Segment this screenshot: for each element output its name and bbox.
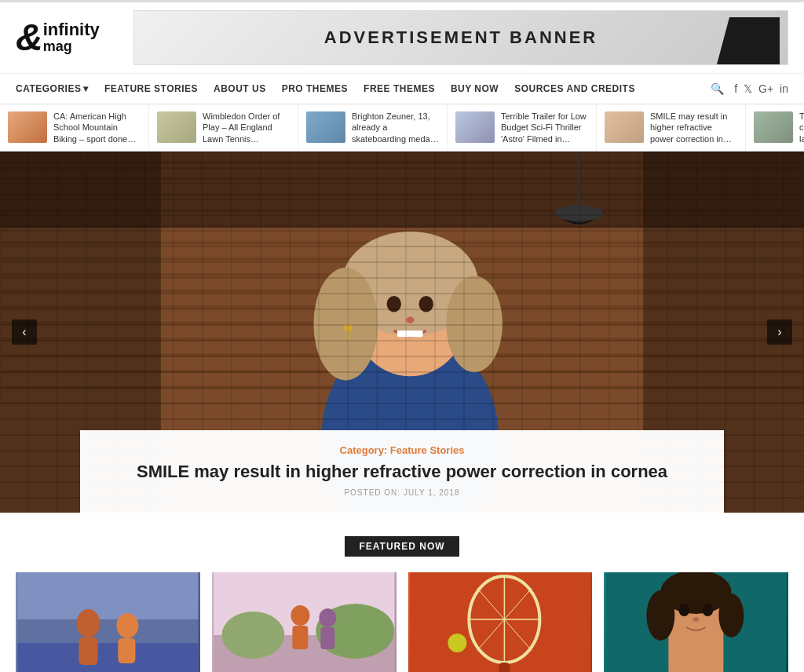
featured-badge: Featured Now [345,536,459,557]
ticker-title-4: Terrible Trailer for Low Budget Sci-Fi T… [501,111,588,144]
svg-rect-5 [0,211,804,225]
svg-rect-10 [0,292,804,306]
ticker-item-4[interactable]: Terrible Trailer for Low Budget Sci-Fi T… [448,104,597,151]
ticker-title-6: Travel to Minnesota cabin is met with la… [799,111,804,144]
svg-rect-12 [0,324,804,338]
svg-rect-54 [320,627,334,649]
hero-slider: ‹ › Category: Feature Stories SMILE may … [0,152,804,513]
svg-rect-8 [0,260,804,274]
featured-card-bg-4 [604,572,788,672]
svg-point-44 [116,613,138,638]
svg-rect-7 [0,243,804,257]
featured-card-2[interactable] [212,572,397,672]
ticker-strip: CA: American High School Mountain Biking… [0,104,804,152]
twitter-icon[interactable]: 𝕏 [744,82,752,95]
featured-card-bg-2 [212,572,397,672]
ad-banner-decor [717,17,780,64]
ad-banner-text: ADVERTISEMENT BANNER [324,27,598,48]
ticker-thumb-5 [605,111,644,143]
search-icon[interactable]: 🔍 [707,82,728,95]
featured-section: Featured Now [0,513,804,672]
svg-point-38 [555,205,603,221]
svg-rect-56 [410,572,590,672]
ticker-title-1: CA: American High School Mountain Biking… [53,111,141,144]
featured-card-1[interactable] [16,572,200,672]
featured-grid [16,572,788,672]
nav-item-free-themes[interactable]: FREE THEMES [356,74,443,104]
ticker-item-2[interactable]: Wimbledon Order of Play – All England La… [149,104,298,151]
featured-svg-4 [604,572,788,672]
svg-rect-13 [0,340,804,354]
header: & infinity mag ADVERTISEMENT BANNER 🌿 [0,2,804,74]
svg-point-49 [221,612,284,659]
nav-item-about-us[interactable]: ABOUT US [206,74,274,104]
svg-point-28 [342,232,478,336]
svg-rect-36 [347,332,349,341]
svg-point-35 [344,324,352,332]
nav-item-sources-credits[interactable]: SOURCES AND CREDITS [506,74,643,104]
ticker-title-2: Wimbledon Order of Play – All England La… [203,111,290,144]
nav-item-buy-now[interactable]: BUY NOW [443,74,506,104]
logo-ampersand: & [16,19,43,57]
svg-point-51 [291,605,309,626]
ticker-thumb-3 [306,111,345,143]
featured-card-3[interactable] [408,572,593,672]
facebook-icon[interactable]: f [734,82,737,95]
logo[interactable]: & infinity mag [16,19,118,57]
hero-prev-button[interactable]: ‹ [12,320,37,345]
google-plus-icon[interactable]: G+ [758,82,773,95]
nav-item-pro-themes[interactable]: PRO THEMES [274,74,356,104]
svg-rect-9 [0,276,804,290]
linkedin-icon[interactable]: in [780,82,788,95]
svg-rect-3 [0,179,804,193]
svg-point-63 [448,634,466,652]
svg-point-42 [76,609,100,637]
svg-point-70 [679,604,690,616]
svg-point-30 [446,276,502,372]
ad-banner: ADVERTISEMENT BANNER 🌿 [133,10,788,65]
svg-point-72 [693,617,700,622]
featured-card-4[interactable] [604,572,788,672]
ticker-item-1[interactable]: CA: American High School Mountain Biking… [0,104,149,151]
hero-date: POSTED ON: JULY 1, 2018 [104,488,700,497]
nav-items: CATEGORIES ▾ FEATURE STORIES ABOUT US PR… [8,74,699,104]
svg-rect-52 [292,626,308,649]
nav-item-categories[interactable]: CATEGORIES ▾ [8,74,97,104]
svg-rect-14 [0,356,804,371]
nav-social: 🔍 f 𝕏 G+ in [699,82,796,95]
ticker-item-5[interactable]: SMILE may result in higher refractive po… [597,104,746,151]
ticker-item-3[interactable]: Brighton Zeuner, 13, already a skateboar… [298,104,448,151]
hero-category: Category: Feature Stories [104,444,700,456]
featured-svg-2 [212,572,397,672]
chevron-down-icon: ▾ [83,83,89,94]
featured-header: Featured Now [16,536,788,557]
svg-point-33 [406,316,414,323]
featured-svg-3 [408,572,593,672]
svg-rect-62 [499,663,510,672]
ticker-item-6[interactable]: Travel to Minnesota cabin is met with la… [746,104,804,151]
svg-point-69 [719,593,744,637]
featured-svg-1 [16,572,200,672]
ticker-title-5: SMILE may result in higher refractive po… [650,111,737,144]
svg-rect-26 [393,324,428,372]
ticker-thumb-4 [455,111,495,143]
ticker-thumb-1 [8,111,47,143]
featured-card-bg-1 [16,572,200,672]
svg-rect-45 [118,638,135,663]
svg-rect-6 [0,228,804,242]
hero-caption: Category: Feature Stories SMILE may resu… [80,430,724,513]
svg-rect-15 [0,372,804,386]
svg-rect-40 [17,643,198,672]
svg-point-32 [419,296,433,312]
hero-title[interactable]: SMILE may result in higher refractive po… [104,461,700,484]
svg-point-53 [319,608,336,627]
hero-category-link[interactable]: Feature Stories [390,444,465,456]
nav-item-feature-stories[interactable]: FEATURE STORIES [97,74,206,104]
hero-next-button[interactable]: › [767,320,792,345]
ticker-title-3: Brighton Zeuner, 13, already a skateboar… [352,111,439,144]
svg-point-29 [313,268,378,380]
svg-rect-34 [397,331,423,337]
svg-rect-43 [79,637,97,665]
featured-card-bg-3 [408,572,593,672]
logo-text: infinity mag [43,20,100,55]
